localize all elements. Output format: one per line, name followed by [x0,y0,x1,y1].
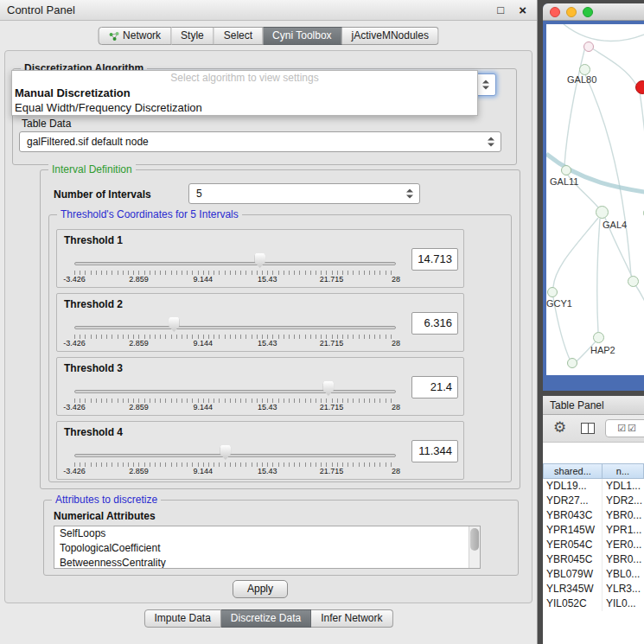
threshold-4-slider[interactable]: -3.426 2.859 9.144 15.43 21.715 28 [74,422,396,481]
tick-label: 28 [392,467,400,475]
slider-thumb[interactable] [322,381,334,396]
tab-infer-network[interactable]: Infer Network [311,609,392,628]
network-node[interactable] [635,80,644,94]
numerical-attributes-list[interactable]: SelfLoops TopologicalCoefficient Between… [54,526,481,569]
tab-discretize-data[interactable]: Discretize Data [221,609,311,628]
slider-track[interactable] [74,262,396,265]
cell-shared-name[interactable]: YBR043C [543,508,603,523]
slider-ticks [74,462,396,467]
combo-stepper-icon[interactable] [406,188,414,200]
slider-track[interactable] [74,326,396,329]
cell-shared-name[interactable]: YDR27... [543,494,603,508]
apply-button[interactable]: Apply [233,580,288,598]
table-row[interactable]: YPR145W YPR1... [543,523,644,538]
table-data-combo[interactable]: galFiltered.sif default node [19,131,501,152]
tab-select-label: Select [224,28,252,44]
network-node[interactable] [547,287,558,297]
network-canvas[interactable]: GAL80GAL11GAL4GCY1HAP2 [546,24,644,375]
table-row[interactable]: YDR27... YDR2... [543,494,644,508]
close-traffic-icon[interactable] [550,7,560,17]
attribute-item[interactable]: BetweennessCentrality [54,556,480,569]
combo-stepper-icon[interactable] [488,137,495,148]
table-rows: YDL19... YDL1... YDR27... YDR2... YBR043… [543,479,644,644]
close-icon[interactable]: × [519,3,526,18]
threshold-3-slider[interactable]: -3.426 2.859 9.144 15.43 21.715 28 [74,358,396,417]
tab-cyni-toolbox-label: Cyni Toolbox [272,28,331,44]
slider-track[interactable] [74,454,396,457]
tab-impute-data[interactable]: Impute Data [143,609,220,628]
tab-infer-network-label: Infer Network [321,610,382,627]
network-node[interactable] [561,165,571,175]
attribute-item[interactable]: TopologicalCoefficient [54,541,480,556]
threshold-1-slider[interactable]: -3.426 2.859 9.144 15.43 21.715 28 [74,230,396,289]
minimize-traffic-icon[interactable] [566,7,577,17]
table-row[interactable]: YLR345W YLR3... [543,582,644,596]
cell-shared-name[interactable]: YER054C [543,538,603,552]
network-node[interactable] [593,332,604,343]
cell-name[interactable]: YDR2... [603,494,644,508]
cell-shared-name[interactable]: YPR145W [543,523,603,538]
cell-name[interactable]: YPR1... [603,523,644,538]
list-scrollbar[interactable] [469,526,480,568]
cell-name[interactable]: YDL1... [603,479,644,494]
combo-stepper-icon[interactable] [482,80,490,91]
float-window-icon[interactable]: □ [497,3,504,18]
tick-label: 9.144 [194,467,214,475]
threshold-4-value[interactable]: 11.344 [411,440,458,462]
gear-icon[interactable]: ⚙ [553,419,566,437]
threshold-panel-1: Threshold 1 -3.426 2.859 9.144 15.43 21.… [56,229,464,288]
table-row[interactable]: YDL19... YDL1... [543,479,644,494]
network-node[interactable] [583,41,594,52]
threshold-panel-3: Threshold 3 -3.426 2.859 9.144 15.43 21.… [56,357,464,416]
attribute-item[interactable]: SelfLoops [54,526,480,541]
thresholds-group-title: Threshold's Coordinates for 5 Intervals [57,208,242,220]
tab-cyni-toolbox[interactable]: Cyni Toolbox [263,27,341,45]
tab-select[interactable]: Select [214,27,263,45]
table-row[interactable]: YBR043C YBR0... [543,508,644,523]
tick-label: 9.144 [194,403,214,411]
cell-name[interactable]: YBR0... [603,552,644,567]
scrollbar-thumb[interactable] [470,528,479,551]
threshold-2-value[interactable]: 6.316 [411,312,458,335]
column-header-name[interactable]: n... [603,463,644,479]
slider-track[interactable] [74,390,396,393]
tab-discretize-data-label: Discretize Data [231,610,301,627]
number-of-intervals-combo[interactable]: 5 [188,183,420,204]
slider-thumb[interactable] [220,445,231,460]
zoom-traffic-icon[interactable] [583,7,593,17]
network-node[interactable] [596,206,609,219]
network-node[interactable] [567,358,577,368]
table-row[interactable]: YER054C YER0... [543,538,644,552]
cell-name[interactable]: YBL0... [603,567,644,582]
network-node-label: GAL11 [550,176,578,187]
table-row[interactable]: YBL079W YBL0... [543,567,644,582]
cell-name[interactable]: YLR3... [603,582,644,596]
tab-jactivemnodules[interactable]: jActiveMNodules [342,27,439,45]
network-node[interactable] [628,276,639,287]
network-tab-icon [108,31,119,41]
slider-thumb[interactable] [169,317,180,332]
cell-name[interactable]: YER0... [603,538,644,552]
cell-shared-name[interactable]: YBL079W [543,567,603,582]
threshold-2-slider[interactable]: -3.426 2.859 9.144 15.43 21.715 28 [74,294,396,353]
slider-thumb[interactable] [254,253,265,268]
table-row[interactable]: YBR045C YBR0... [543,552,644,567]
cell-shared-name[interactable]: YDL19... [543,479,603,494]
cell-shared-name[interactable]: YBR045C [543,552,603,567]
algorithm-option-manual[interactable]: Manual Discretization [12,86,477,100]
columns-icon[interactable] [581,423,595,434]
bottom-tab-bar: Impute Data Discretize Data Infer Networ… [143,609,392,628]
cell-name[interactable]: YIL0... [603,596,644,611]
threshold-3-value[interactable]: 21.4 [411,376,458,399]
tab-style[interactable]: Style [171,27,214,45]
threshold-1-value[interactable]: 14.713 [411,248,458,271]
algorithm-option-equal-width[interactable]: Equal Width/Frequency Discretization [12,100,477,115]
table-row[interactable]: YIL052C YIL0... [543,596,644,611]
select-columns-button[interactable]: ☑☑ [605,419,644,437]
cell-shared-name[interactable]: YLR345W [543,582,603,596]
column-header-shared-name[interactable]: shared... [543,463,603,479]
cell-name[interactable]: YBR0... [603,508,644,523]
tick-label: 2.859 [129,339,149,348]
tab-network[interactable]: Network [98,27,171,45]
cell-shared-name[interactable]: YIL052C [543,596,603,611]
